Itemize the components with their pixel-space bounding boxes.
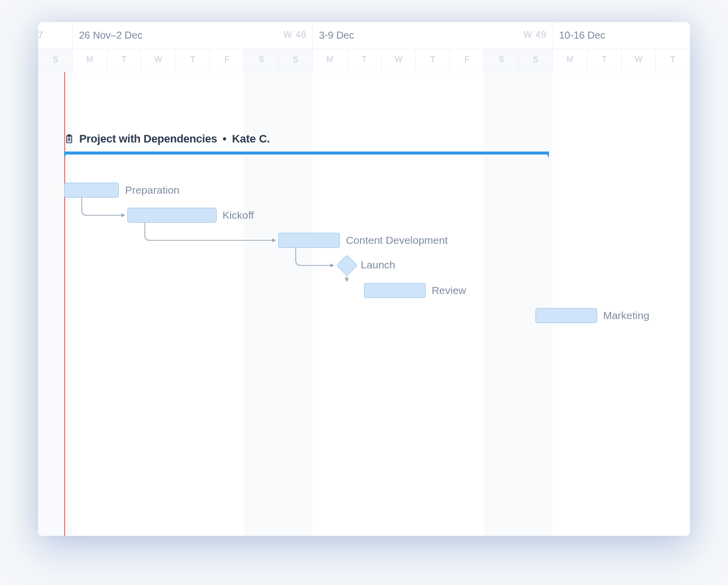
day-header-cell: T [655, 49, 689, 72]
week-cell: 3-9 DecW 49 [312, 22, 553, 49]
task-label: Launch [361, 259, 396, 271]
task-label: Kickoff [223, 209, 254, 221]
week-num-badge: W 49 [523, 30, 547, 40]
day-header-cell: F [210, 49, 244, 72]
project-header[interactable]: Project with Dependencies • Kate C. [64, 132, 270, 145]
clipboard-icon [64, 134, 74, 144]
day-header-cell: T [347, 49, 381, 72]
day-header-cell: W [621, 49, 655, 72]
svg-marker-8 [345, 278, 349, 282]
task-label: Preparation [125, 184, 179, 196]
svg-marker-5 [121, 213, 125, 217]
day-header-cell: M [72, 49, 106, 72]
task-bar-content[interactable] [278, 233, 340, 248]
svg-rect-1 [68, 135, 71, 136]
task-bar-kickoff[interactable] [127, 208, 217, 223]
gantt-body[interactable]: Project with Dependencies • Kate C. Prep… [38, 72, 690, 536]
task-label: Marketing [603, 310, 649, 322]
gantt-card: 47 26 Nov–2 DecW 483-9 DecW 4910-16 Dec … [38, 22, 690, 536]
day-header-cell: W [381, 49, 415, 72]
prev-week-badge: 47 [38, 30, 43, 41]
week-header-row: 47 26 Nov–2 DecW 483-9 DecW 4910-16 Dec [38, 22, 690, 49]
task-bar-preparation[interactable] [64, 183, 119, 198]
day-header-cell: W [141, 49, 175, 72]
day-header-cell: S [244, 49, 278, 72]
day-header-cell: F [450, 49, 484, 72]
day-header-row: SMTWTFSSMTWTFSSMTWT [38, 49, 690, 72]
week-range-label: 26 Nov–2 Dec [79, 30, 142, 41]
task-bar-marketing[interactable] [535, 308, 597, 323]
day-header-cell: M [553, 49, 587, 72]
project-summary-bar[interactable] [64, 152, 549, 155]
day-header-cell: T [415, 49, 449, 72]
separator-dot: • [222, 132, 227, 145]
week-range-label: 10-16 Dec [559, 30, 605, 41]
day-header-cell: S [484, 49, 518, 72]
week-num-badge: W 48 [283, 30, 306, 40]
day-header-cell: T [107, 49, 141, 72]
week-range-label: 3-9 Dec [319, 30, 354, 41]
weekend-column [518, 72, 553, 536]
day-header-cell: S [278, 49, 312, 72]
weekend-column [278, 72, 312, 536]
milestone-launch[interactable] [336, 255, 357, 276]
day-header-cell: S [38, 49, 72, 72]
day-header-cell: M [312, 49, 346, 72]
project-owner: Kate C. [232, 132, 270, 145]
week-cell: 26 Nov–2 DecW 48 [72, 22, 312, 49]
task-bar-review[interactable] [364, 283, 426, 298]
task-label: Review [432, 284, 466, 297]
week-cell: 10-16 Dec [553, 22, 690, 49]
weekend-column [484, 72, 518, 536]
task-label: Content Development [346, 234, 448, 246]
project-title: Project with Dependencies [79, 132, 217, 145]
day-header-cell: T [587, 49, 621, 72]
day-header-cell: S [518, 49, 553, 72]
day-header-cell: T [175, 49, 210, 72]
svg-marker-7 [330, 263, 334, 267]
